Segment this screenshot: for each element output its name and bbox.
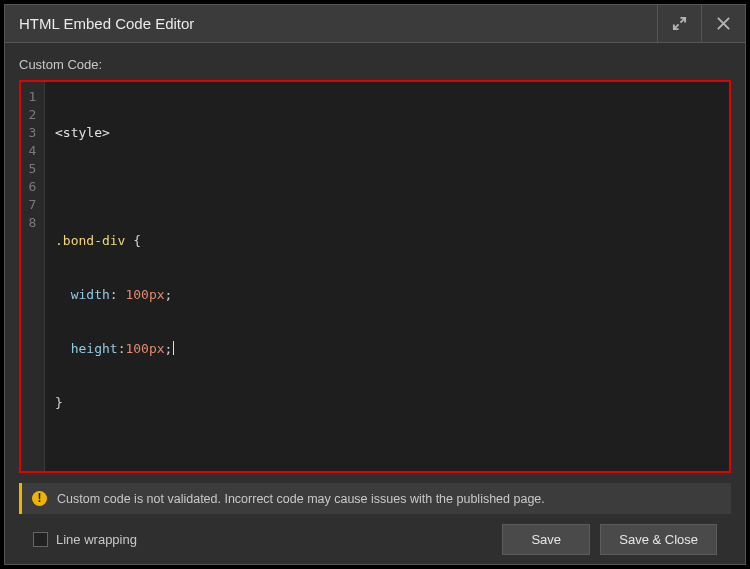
html-embed-modal: HTML Embed Code Editor Custom Code: 1 2 … xyxy=(4,4,746,565)
save-close-button[interactable]: Save & Close xyxy=(600,524,717,555)
line-wrapping-toggle[interactable]: Line wrapping xyxy=(33,532,137,547)
line-number: 1 xyxy=(21,88,44,106)
modal-title: HTML Embed Code Editor xyxy=(5,15,657,32)
line-number: 8 xyxy=(21,214,44,232)
code-line: height:100px; xyxy=(55,340,719,358)
code-line xyxy=(55,178,719,196)
footer: Line wrapping Save Save & Close xyxy=(19,514,731,564)
expand-button[interactable] xyxy=(657,5,701,43)
line-number: 2 xyxy=(21,106,44,124)
text-cursor xyxy=(173,341,174,355)
code-line: <style> xyxy=(55,124,719,142)
code-line: .bond-div { xyxy=(55,232,719,250)
checkbox-label: Line wrapping xyxy=(56,532,137,547)
code-line: width: 100px; xyxy=(55,286,719,304)
warning-icon: ! xyxy=(32,491,47,506)
line-number: 4 xyxy=(21,142,44,160)
checkbox-box[interactable] xyxy=(33,532,48,547)
save-button[interactable]: Save xyxy=(502,524,590,555)
line-number: 6 xyxy=(21,178,44,196)
titlebar: HTML Embed Code Editor xyxy=(5,5,745,43)
line-gutter: 1 2 3 4 5 6 7 8 xyxy=(21,82,45,471)
modal-body: Custom Code: 1 2 3 4 5 6 7 8 <style> .bo… xyxy=(5,43,745,564)
expand-icon xyxy=(672,16,687,31)
code-line: } xyxy=(55,394,719,412)
line-number: 7 xyxy=(21,196,44,214)
close-button[interactable] xyxy=(701,5,745,43)
code-line xyxy=(55,448,719,466)
warning-text: Custom code is not validated. Incorrect … xyxy=(57,492,545,506)
code-area[interactable]: <style> .bond-div { width: 100px; height… xyxy=(45,82,729,471)
line-number: 3 xyxy=(21,124,44,142)
field-label: Custom Code: xyxy=(19,57,731,72)
warning-banner: ! Custom code is not validated. Incorrec… xyxy=(19,483,731,514)
code-editor[interactable]: 1 2 3 4 5 6 7 8 <style> .bond-div { widt… xyxy=(19,80,731,473)
close-icon xyxy=(716,16,731,31)
line-number: 5 xyxy=(21,160,44,178)
